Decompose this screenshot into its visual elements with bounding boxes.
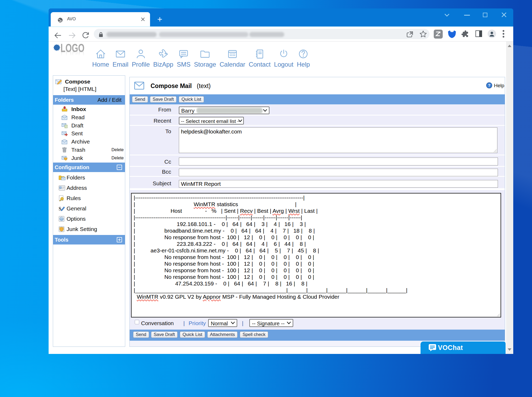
svg-text:S: S xyxy=(59,206,61,211)
svg-text:?: ? xyxy=(488,83,490,87)
